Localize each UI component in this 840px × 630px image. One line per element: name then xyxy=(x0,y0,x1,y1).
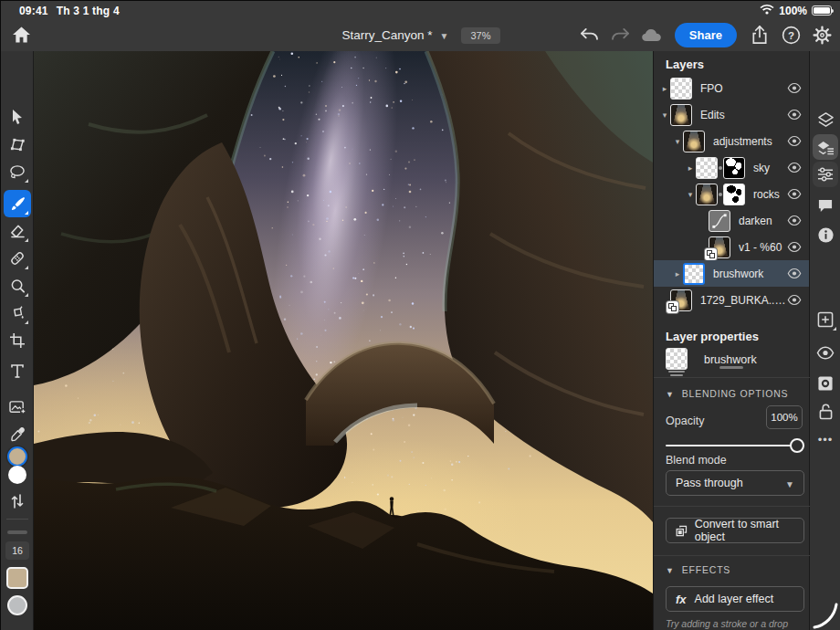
type-tool[interactable] xyxy=(4,357,31,384)
healing-brush-tool[interactable] xyxy=(4,245,31,272)
opacity-label: Opacity xyxy=(666,415,704,427)
zoom-level-badge[interactable]: 37% xyxy=(461,27,499,44)
layer-thumbnail[interactable] xyxy=(670,104,692,126)
transform-select-tool[interactable] xyxy=(4,131,31,158)
background-color-swatch[interactable] xyxy=(8,466,26,484)
eyedropper-tool[interactable] xyxy=(4,420,31,447)
layer-row-brushwork[interactable]: ▸brushwork xyxy=(654,260,809,287)
layer-expand-arrow[interactable]: ▾ xyxy=(659,110,670,120)
title-chevron-icon[interactable]: ▼ xyxy=(440,31,449,41)
layer-thumbnail[interactable] xyxy=(696,184,718,205)
adjustments-button[interactable] xyxy=(813,162,838,187)
foreground-color-swatch[interactable] xyxy=(7,446,27,467)
blend-mode-select[interactable]: Pass through ▼ xyxy=(666,470,804,496)
visibility-eye-icon[interactable] xyxy=(786,135,803,147)
crop-tool[interactable] xyxy=(4,327,31,354)
corner-gesture-indicator[interactable] xyxy=(811,601,840,630)
layer-label: darken xyxy=(739,215,786,227)
move-tool[interactable] xyxy=(4,103,31,131)
settings-gear-icon[interactable] xyxy=(810,24,834,47)
layer-expand-arrow[interactable]: ▸ xyxy=(659,84,670,93)
layer-row-1729-burka-anced-nr33[interactable]: 1729_BURKA...anced-NR33 xyxy=(654,287,809,313)
place-photo-tool[interactable] xyxy=(4,394,31,421)
layer-row-darken[interactable]: darken xyxy=(654,207,809,234)
visibility-eye-icon[interactable] xyxy=(786,241,803,253)
document-title[interactable]: Starry_Canyon * xyxy=(342,28,433,42)
brush-preview-swatch[interactable] xyxy=(7,595,27,615)
export-icon[interactable] xyxy=(748,24,772,47)
layer-thumbnail[interactable] xyxy=(683,131,705,152)
layer-expand-arrow[interactable]: ▸ xyxy=(685,163,696,173)
effects-hint-text: Try adding a stroke or a drop shadow. xyxy=(666,618,809,630)
layer-thumbnail[interactable] xyxy=(696,157,718,179)
layer-row-edits[interactable]: ▾Edits xyxy=(654,101,809,128)
layer-mask-thumbnail[interactable] xyxy=(723,184,745,205)
layer-row-adjustments[interactable]: ▾adjustments xyxy=(654,128,809,154)
layer-row-v1-60[interactable]: v1 - %60 xyxy=(654,234,809,260)
visibility-eye-icon[interactable] xyxy=(786,188,803,200)
magnifier-tool[interactable] xyxy=(4,272,31,299)
visibility-eye-icon[interactable] xyxy=(786,268,803,279)
lock-layer-button[interactable] xyxy=(813,399,838,425)
status-time: 09:41 xyxy=(19,5,48,17)
brush-tool[interactable] xyxy=(4,190,31,217)
layer-label: FPO xyxy=(700,82,786,95)
eraser-tool[interactable] xyxy=(4,217,31,245)
layer-thumbnail[interactable] xyxy=(683,263,705,285)
brush-size-value[interactable]: 16 xyxy=(5,541,29,560)
comments-button[interactable] xyxy=(813,193,838,218)
opacity-value-field[interactable]: 100% xyxy=(766,405,803,429)
layers-panel: Layers ▸FPO▾Edits▾adjustments▸sky▾rocksd… xyxy=(653,51,810,630)
layer-thumbnail[interactable] xyxy=(670,289,692,311)
cloud-sync-icon[interactable] xyxy=(640,24,664,47)
layer-detail-view-button[interactable] xyxy=(813,134,838,160)
layers-list-resize-handle[interactable] xyxy=(719,366,743,369)
blend-mode-value: Pass through xyxy=(676,477,743,489)
swap-colors-button[interactable] xyxy=(4,488,31,515)
help-button[interactable]: ? xyxy=(779,24,803,47)
more-options-button[interactable]: ••• xyxy=(810,433,840,446)
info-button[interactable] xyxy=(813,222,838,247)
layer-row-fpo[interactable]: ▸FPO xyxy=(654,75,809,101)
opacity-slider[interactable] xyxy=(666,438,804,453)
undo-button[interactable] xyxy=(578,24,602,47)
add-layer-effect-button[interactable]: fx Add layer effect xyxy=(666,586,804,612)
layer-mask-thumbnail[interactable] xyxy=(723,157,745,179)
opacity-slider-knob[interactable] xyxy=(790,438,804,453)
paint-bucket-tool[interactable] xyxy=(4,299,31,327)
status-date: Th 3 1 thg 4 xyxy=(57,5,120,17)
visibility-eye-icon[interactable] xyxy=(786,162,803,173)
effects-header[interactable]: ▼EFFECTS xyxy=(666,564,730,575)
brush-color-swatch[interactable] xyxy=(6,567,28,589)
canvas[interactable] xyxy=(34,51,653,630)
brush-size-slider[interactable] xyxy=(7,530,27,534)
lasso-select-tool[interactable] xyxy=(4,158,31,185)
wifi-icon xyxy=(760,4,774,17)
visibility-eye-icon[interactable] xyxy=(786,109,803,121)
visibility-eye-icon[interactable] xyxy=(786,215,803,226)
layer-visibility-button[interactable] xyxy=(813,340,838,365)
chevron-down-icon: ▼ xyxy=(666,390,675,399)
layer-expand-arrow[interactable]: ▾ xyxy=(672,137,683,146)
redo-button[interactable] xyxy=(609,24,633,47)
share-button[interactable]: Share xyxy=(675,23,737,47)
add-layer-button[interactable] xyxy=(813,307,838,332)
layer-expand-arrow[interactable]: ▸ xyxy=(672,269,683,278)
layer-row-sky[interactable]: ▸sky xyxy=(654,154,809,181)
convert-to-smart-object-button[interactable]: Convert to smart object xyxy=(666,518,804,543)
blending-options-header[interactable]: ▼BLENDING OPTIONS xyxy=(666,388,788,399)
layer-thumbnail[interactable] xyxy=(709,236,730,258)
tool-rail-divider xyxy=(6,519,28,520)
layer-expand-arrow[interactable]: ▾ xyxy=(685,190,696,199)
layer-row-rocks[interactable]: ▾rocks xyxy=(654,181,809,207)
visibility-eye-icon[interactable] xyxy=(786,82,803,94)
mask-link-dot xyxy=(719,166,722,170)
layers-view-button[interactable] xyxy=(813,107,838,132)
layer-mask-button[interactable] xyxy=(813,371,838,396)
layer-thumbnail[interactable] xyxy=(670,78,692,100)
layer-thumbnail[interactable] xyxy=(709,210,730,232)
smart-object-badge xyxy=(705,248,717,260)
status-bar: 09:41Th 3 1 thg 4 100% xyxy=(1,1,840,19)
visibility-eye-icon[interactable] xyxy=(786,294,803,306)
battery-percent: 100% xyxy=(779,5,807,17)
